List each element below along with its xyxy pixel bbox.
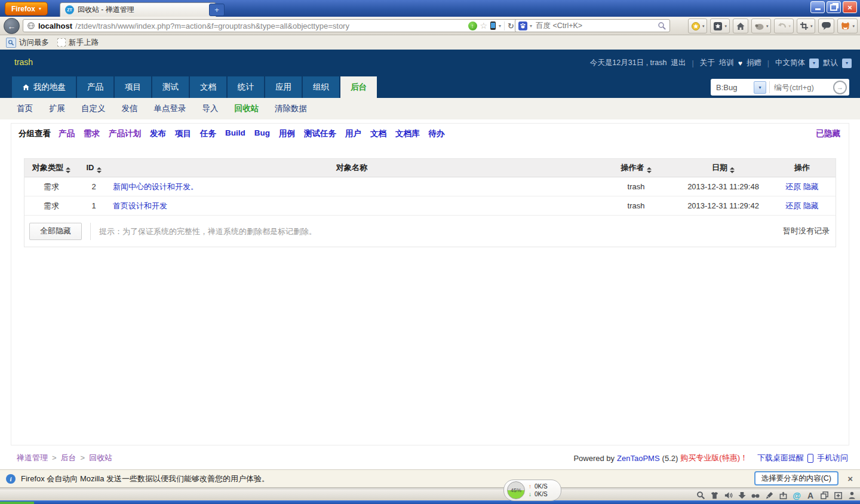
- fox-extension-button[interactable]: ▾: [837, 19, 858, 33]
- home-button[interactable]: [733, 19, 748, 33]
- filter-release[interactable]: 发布: [150, 128, 166, 139]
- hide-link[interactable]: 隐藏: [803, 201, 819, 210]
- phone-mode-icon[interactable]: [490, 21, 496, 30]
- url-bar[interactable]: localhost /ztdev/trash/www/index.php?m=a…: [23, 19, 518, 32]
- engine-dropdown-icon[interactable]: ▾: [530, 23, 532, 29]
- speaker-icon[interactable]: [723, 491, 733, 500]
- close-button[interactable]: ×: [843, 1, 857, 13]
- undo-button[interactable]: ▾: [774, 19, 794, 33]
- search-icon[interactable]: [696, 491, 705, 500]
- download-status-bubble[interactable]: 45% ↑0K/S ↓0K/S: [503, 480, 561, 501]
- filter-productplan[interactable]: 产品计划: [109, 128, 141, 139]
- browser-search-box[interactable]: ▾: [515, 19, 670, 32]
- filter-user[interactable]: 用户: [345, 128, 361, 139]
- filter-build[interactable]: Build: [225, 128, 245, 139]
- breadcrumb-trash[interactable]: 回收站: [89, 453, 112, 462]
- tab-product[interactable]: 产品: [77, 76, 113, 98]
- about-link[interactable]: 关于: [700, 58, 715, 68]
- subnav-trash[interactable]: 回收站: [235, 103, 259, 114]
- tab-project[interactable]: 项目: [115, 76, 151, 98]
- font-tool-icon[interactable]: A: [806, 491, 815, 500]
- url-dropdown-icon[interactable]: ▾: [499, 23, 501, 29]
- goto-type-select[interactable]: B:Bug: [713, 83, 751, 92]
- restore-button[interactable]: [827, 1, 841, 13]
- gesture-extension-button[interactable]: ▾: [751, 19, 772, 33]
- filter-product[interactable]: 产品: [59, 128, 75, 139]
- language-dropdown[interactable]: ▾: [809, 59, 819, 68]
- bookmark-getting-started[interactable]: 新手上路: [55, 38, 101, 48]
- filter-story[interactable]: 需求: [84, 128, 100, 139]
- comment-extension-button[interactable]: [818, 19, 834, 33]
- col-id[interactable]: ID: [78, 163, 109, 173]
- hide-all-button[interactable]: 全部隐藏: [29, 223, 82, 240]
- mask-icon[interactable]: [751, 491, 760, 500]
- tab-admin[interactable]: 后台: [340, 76, 377, 98]
- subnav-clear-data[interactable]: 清除数据: [275, 103, 307, 114]
- tab-my-dashboard[interactable]: 我的地盘: [12, 76, 76, 98]
- filter-case[interactable]: 用例: [279, 128, 295, 139]
- goto-type-dropdown-icon[interactable]: ▾: [754, 81, 766, 94]
- filter-doclib[interactable]: 文档库: [395, 128, 420, 139]
- tab-doc[interactable]: 文档: [190, 76, 226, 98]
- subnav-mail[interactable]: 发信: [122, 103, 138, 114]
- subnav-import[interactable]: 导入: [202, 103, 219, 114]
- object-name-link[interactable]: 首页设计和开发: [113, 201, 167, 210]
- col-object-type[interactable]: 对象类型: [24, 162, 78, 173]
- email-at-icon[interactable]: @: [792, 491, 801, 500]
- choose-share-button[interactable]: 选择要分享的内容(C): [754, 471, 838, 485]
- theme-dropdown[interactable]: ▾: [842, 59, 852, 68]
- share-export-icon[interactable]: [778, 491, 788, 500]
- browser-tab[interactable]: ZT 回收站 - 禅道管理: [60, 2, 216, 17]
- col-actor[interactable]: 操作者: [594, 162, 678, 173]
- breadcrumb-zentao[interactable]: 禅道管理: [17, 453, 48, 462]
- tab-qa[interactable]: 测试: [152, 76, 189, 98]
- baidu-engine-icon[interactable]: [518, 21, 527, 30]
- subnav-custom[interactable]: 自定义: [81, 103, 106, 114]
- mobile-access-link[interactable]: 手机访问: [817, 453, 848, 463]
- minimize-button[interactable]: [810, 1, 825, 13]
- filter-testtask[interactable]: 测试任务: [304, 128, 336, 139]
- feed-icon[interactable]: ↑: [468, 21, 477, 30]
- goto-submit-button[interactable]: →: [833, 81, 847, 94]
- restore-link[interactable]: 还原: [785, 182, 801, 191]
- zentao-link[interactable]: ZenTaoPMS: [617, 454, 660, 463]
- filter-doc[interactable]: 文档: [370, 128, 386, 139]
- firefox-app-menu-button[interactable]: Firefox ▾: [5, 2, 48, 16]
- restore-link[interactable]: 还原: [785, 201, 801, 210]
- subnav-index[interactable]: 首页: [17, 103, 33, 114]
- filter-task[interactable]: 任务: [200, 128, 216, 139]
- goto-id-input[interactable]: [773, 82, 830, 93]
- person-icon[interactable]: [847, 491, 856, 500]
- hidden-items-link[interactable]: 已隐藏: [816, 128, 841, 139]
- donate-link[interactable]: 捐赠: [747, 58, 761, 68]
- tab-company[interactable]: 组织: [303, 76, 339, 98]
- reload-icon[interactable]: ↻: [504, 21, 514, 30]
- col-date[interactable]: 日期: [678, 162, 769, 173]
- search-input[interactable]: [535, 21, 655, 30]
- bookmark-star-icon[interactable]: ☆: [480, 21, 488, 30]
- breadcrumb-admin[interactable]: 后台: [61, 453, 76, 462]
- tab-app[interactable]: 应用: [265, 76, 302, 98]
- add-box-icon[interactable]: [833, 491, 843, 500]
- windows-copy-icon[interactable]: [819, 491, 829, 500]
- notification-close-icon[interactable]: ×: [847, 474, 853, 484]
- theme-shirt-icon[interactable]: [710, 491, 719, 500]
- logout-link[interactable]: 退出: [671, 58, 686, 68]
- bookmark-most-visited[interactable]: 访问最多: [4, 38, 51, 48]
- subnav-sso[interactable]: 单点登录: [154, 103, 186, 114]
- brush-icon[interactable]: [764, 491, 774, 500]
- back-button[interactable]: ←: [4, 18, 20, 34]
- tab-report[interactable]: 统计: [228, 76, 264, 98]
- filter-bug[interactable]: Bug: [254, 128, 270, 139]
- search-magnifier-icon[interactable]: [658, 21, 666, 30]
- filter-project[interactable]: 项目: [175, 128, 191, 139]
- training-link[interactable]: 培训: [719, 58, 734, 68]
- object-name-link[interactable]: 新闻中心的设计和开发。: [113, 182, 198, 191]
- screenshot-extension-button[interactable]: ▾: [797, 19, 816, 33]
- subnav-extension[interactable]: 扩展: [49, 103, 65, 114]
- filter-todo[interactable]: 待办: [429, 128, 445, 139]
- bookmarks-extension-button[interactable]: ▾: [710, 19, 730, 33]
- new-tab-button[interactable]: +: [209, 4, 225, 16]
- badge-extension-button[interactable]: ▾: [688, 19, 708, 33]
- download-reminder-link[interactable]: 下载桌面提醒: [757, 453, 804, 463]
